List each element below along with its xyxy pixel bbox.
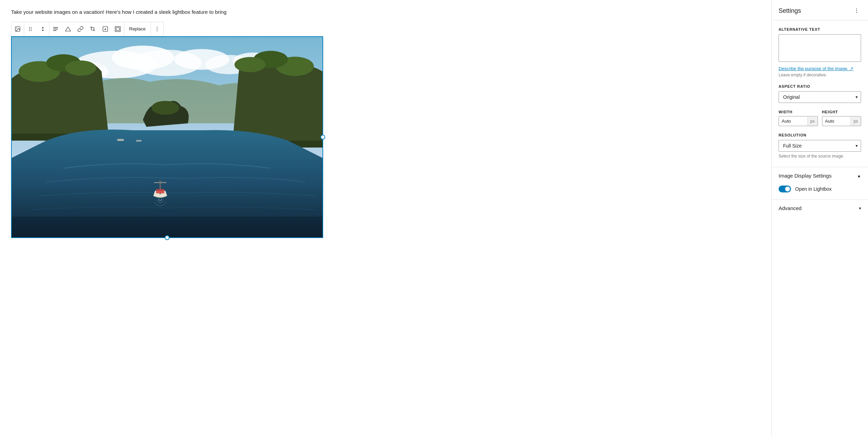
link-icon [77,26,84,32]
svg-point-7 [31,30,31,31]
svg-point-42 [856,10,857,11]
advanced-section: Advanced ▾ [772,199,868,217]
svg-point-3 [31,27,31,28]
toolbar-group-format: A [49,22,124,36]
advanced-chevron: ▾ [859,206,861,211]
height-input-wrapper: Auto px [822,116,861,126]
resolution-hint: Select the size of the source image. [779,154,861,159]
width-input-wrapper: Auto px [779,116,818,126]
settings-body: ALTERNATIVE TEXT Describe the purpose of… [772,20,868,165]
height-group: HEIGHT Auto px [822,110,861,126]
svg-point-2 [29,27,30,28]
height-label: HEIGHT [822,110,861,114]
image-display-section: Image Display Settings ▲ Open in Lightbo… [772,167,868,199]
svg-point-18 [157,30,157,31]
image-display-header[interactable]: Image Display Settings ▲ [772,167,868,184]
align-btn[interactable] [49,22,62,36]
image-icon [15,26,21,32]
svg-point-33 [152,101,179,115]
height-unit: px [850,117,861,126]
resize-handle-right[interactable] [320,135,325,140]
svg-point-1 [16,28,17,28]
height-input[interactable]: Auto [822,116,851,126]
replace-button[interactable]: Replace [124,22,151,36]
lightbox-toggle-row: Open in Lightbox [779,186,861,192]
frame-btn[interactable] [112,22,124,36]
more-vertical-icon [154,26,160,32]
alt-text-label: ALTERNATIVE TEXT [779,27,861,31]
svg-rect-40 [12,217,322,237]
image-block[interactable] [11,36,323,238]
drag-handle-btn[interactable] [24,22,37,36]
image-display-label: Image Display Settings [779,173,831,179]
width-input[interactable]: Auto [779,116,807,126]
toggle-slider [779,186,791,192]
width-label: WIDTH [779,110,818,114]
resolution-select[interactable]: Full Size Large Medium Thumbnail [779,140,861,152]
more-options-btn[interactable] [151,22,163,36]
lightbox-label: Open in Lightbox [795,186,832,192]
aspect-ratio-select[interactable]: Original Square 4:3 16:9 3:2 [779,91,861,103]
width-unit: px [807,117,818,126]
image-block-icon[interactable] [11,22,24,36]
svg-point-43 [856,12,857,13]
landscape-image [12,37,322,237]
svg-text:A: A [104,28,106,31]
aspect-ratio-wrapper: Original Square 4:3 16:9 3:2 ▾ [779,91,861,103]
page-title: Take your website images on a vacation! … [11,8,760,16]
move-updown-btn[interactable] [37,22,49,36]
svg-point-41 [856,9,857,9]
settings-title: Settings [779,7,801,15]
text-overlay-icon: A [102,26,108,32]
aspect-ratio-section: ASPECT RATIO Original Square 4:3 16:9 3:… [779,84,861,103]
aspect-ratio-label: ASPECT RATIO [779,84,861,88]
resolution-label: RESOLUTION [779,133,861,137]
svg-rect-39 [136,140,142,142]
toolbar-group-image [11,22,24,36]
settings-more-button[interactable] [852,6,861,15]
svg-rect-14 [115,26,120,31]
svg-point-5 [31,28,31,29]
svg-point-17 [157,28,157,29]
svg-rect-37 [157,191,164,193]
alt-text-link[interactable]: Describe the purpose of the image. [779,66,861,71]
alt-text-section: ALTERNATIVE TEXT Describe the purpose of… [779,27,861,77]
advanced-label: Advanced [779,205,802,211]
align-icon [52,26,59,32]
style-btn[interactable] [62,22,74,36]
svg-point-16 [157,27,157,27]
svg-point-32 [234,57,266,72]
image-display-body: Open in Lightbox [772,184,868,199]
drag-icon [27,26,33,32]
image-display-chevron: ▲ [857,173,861,178]
lightbox-toggle[interactable] [779,186,791,192]
frame-icon [115,26,121,32]
toolbar-group-drag [24,22,49,36]
advanced-header[interactable]: Advanced ▾ [772,200,868,217]
image-toolbar: A Replace [11,22,164,36]
resolution-wrapper: Full Size Large Medium Thumbnail ▾ [779,140,861,152]
toolbar-group-replace: Replace [124,22,151,36]
settings-more-icon [853,8,860,14]
settings-panel: Settings ALTERNATIVE TEXT Describe the p… [771,0,868,436]
width-group: WIDTH Auto px [779,110,818,126]
text-overlay-btn[interactable]: A [99,22,112,36]
svg-rect-35 [154,182,166,183]
resolution-section: RESOLUTION Full Size Large Medium Thumbn… [779,133,861,159]
svg-rect-38 [117,139,124,141]
resize-handle-bottom[interactable] [165,235,170,240]
settings-header: Settings [772,0,868,20]
svg-point-6 [29,30,30,31]
dimension-row: WIDTH Auto px HEIGHT Auto px [779,110,861,126]
crop-icon [90,26,96,32]
toolbar-group-more [151,22,163,36]
alt-text-input[interactable] [779,34,861,62]
svg-point-29 [65,60,96,76]
svg-point-4 [29,28,30,29]
svg-rect-15 [116,27,119,30]
link-btn[interactable] [74,22,87,36]
crop-btn[interactable] [87,22,99,36]
svg-marker-11 [66,27,71,31]
move-updown-icon [40,26,46,32]
triangle-icon [65,26,71,32]
